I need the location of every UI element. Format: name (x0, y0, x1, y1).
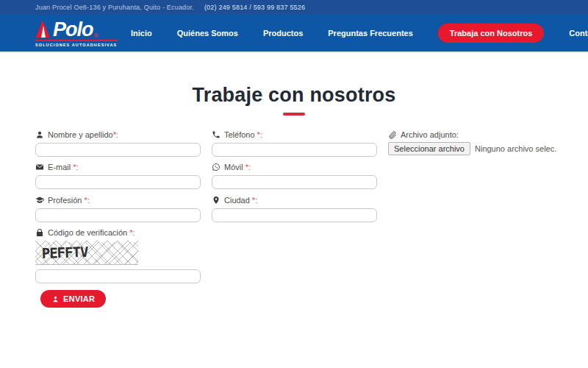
nav-item-quienes-somos[interactable]: Quiénes Somos (177, 29, 238, 38)
nombre-input[interactable] (35, 143, 201, 157)
ciudad-label: Ciudad *: (212, 195, 377, 205)
movil-label-text: Móvil (224, 163, 243, 171)
form-column-right: Archivo adjunto: Seleccionar archivo Nin… (388, 130, 572, 161)
captcha-code-text: PEFFTV (41, 243, 88, 261)
email-label: E-mail *: (35, 163, 201, 172)
envelope-icon (35, 163, 44, 171)
nav-item-inicio[interactable]: Inicio (131, 29, 152, 38)
form-column-middle: Teléfono *: Móvil *: Ciudad *: (212, 130, 377, 228)
paperclip-icon (388, 130, 397, 139)
field-codigo: Código de verificación *: PEFFTV (35, 228, 201, 284)
sail-icon (35, 20, 51, 39)
field-ciudad: Ciudad *: (212, 195, 377, 222)
polo-logo[interactable]: Polo ® SOLUCIONES AUTOADHESIVAS (35, 20, 118, 47)
file-input-row: Seleccionar archivo Ninguno archivo sele… (388, 142, 572, 155)
nav-item-trabaja-con-nosotros[interactable]: Trabaja con Nosotros (438, 24, 544, 43)
top-contact-bar: Juan Procel Oe8-136 y Puruhanta, Quito -… (0, 0, 588, 15)
ciudad-required-mark: *: (252, 196, 257, 205)
nav-item-contacto[interactable]: Contacto (569, 29, 588, 38)
nombre-label-text: Nombre y apellido (48, 130, 113, 139)
file-status-text: Ninguno archivo selec. (475, 144, 556, 153)
map-pin-icon (212, 196, 220, 205)
ciudad-label-text: Ciudad (224, 196, 250, 205)
email-required-mark: *: (73, 163, 78, 171)
enviar-button-label: ENVIAR (63, 294, 95, 303)
profesion-label: Profesión *: (35, 195, 201, 205)
logo-tagline: SOLUCIONES AUTOADHESIVAS (35, 43, 118, 47)
select-file-button[interactable]: Seleccionar archivo (388, 142, 470, 155)
telefono-input[interactable] (212, 143, 377, 157)
email-input[interactable] (35, 175, 201, 189)
logo-divider (35, 40, 118, 41)
lock-icon (35, 228, 44, 237)
movil-input[interactable] (212, 175, 377, 189)
user-icon (35, 130, 44, 139)
enviar-button[interactable]: ENVIAR (40, 290, 106, 308)
field-movil: Móvil *: (212, 163, 377, 190)
field-nombre: Nombre y apellido *: (35, 130, 201, 157)
ciudad-input[interactable] (212, 208, 377, 222)
profesion-required-mark: *: (84, 196, 89, 205)
profesion-input[interactable] (35, 208, 201, 222)
field-archivo: Archivo adjunto: Seleccionar archivo Nin… (388, 130, 572, 155)
movil-required-mark: *: (245, 163, 251, 171)
field-email: E-mail *: (35, 163, 201, 190)
graduation-cap-icon (35, 196, 44, 205)
codigo-label: Código de verificación *: (35, 228, 201, 238)
title-accent-bar (283, 113, 305, 116)
archivo-label: Archivo adjunto: (388, 130, 572, 139)
logo-wordmark: Polo (53, 20, 93, 39)
nombre-label: Nombre y apellido *: (35, 130, 201, 139)
captcha-image: PEFFTV (35, 241, 138, 265)
field-profesion: Profesión *: (35, 195, 201, 222)
registered-mark: ® (94, 32, 98, 39)
company-phone: (02) 249 5814 / 593 99 837 5526 (204, 4, 305, 11)
phone-icon (212, 130, 220, 139)
page-title: Trabaje con nosotros (0, 84, 588, 107)
nav-item-productos[interactable]: Productos (263, 29, 303, 38)
nav-menu: Inicio Quiénes Somos Productos Preguntas… (131, 24, 588, 43)
company-address: Juan Procel Oe8-136 y Puruhanta, Quito -… (35, 4, 194, 11)
whatsapp-icon (212, 163, 220, 171)
form-column-left: Nombre y apellido *: E-mail *: Profesión… (35, 130, 201, 289)
field-telefono: Teléfono *: (212, 130, 377, 157)
email-label-text: E-mail (48, 163, 71, 171)
telefono-label-text: Teléfono (224, 130, 255, 139)
telefono-label: Teléfono *: (212, 130, 377, 139)
whatsapp-icon-label: Móvil *: (212, 163, 377, 172)
nombre-required-mark: *: (113, 130, 118, 139)
profesion-label-text: Profesión (48, 196, 82, 205)
nav-item-preguntas-frecuentes[interactable]: Preguntas Frecuentes (328, 29, 413, 38)
archivo-label-text: Archivo adjunto: (401, 130, 459, 139)
codigo-label-text: Código de verificación (48, 228, 127, 237)
codigo-input[interactable] (35, 269, 201, 283)
main-nav: Polo ® SOLUCIONES AUTOADHESIVAS Inicio Q… (0, 15, 588, 53)
telefono-required-mark: *: (257, 130, 262, 139)
submit-user-icon (51, 295, 60, 303)
codigo-required-mark: *: (129, 228, 135, 237)
